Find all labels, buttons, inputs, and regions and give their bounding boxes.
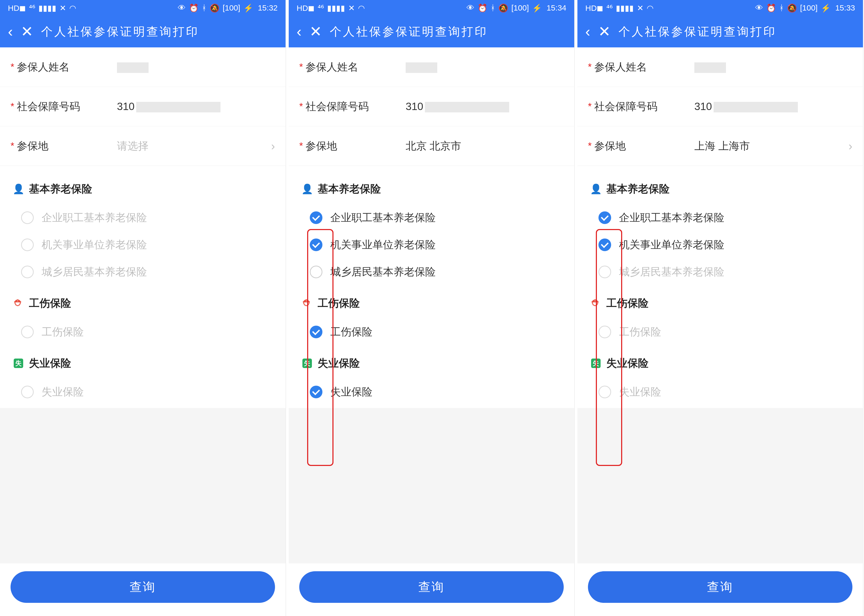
option-label: 失业保险 [619,385,661,399]
wifi-icon: ◠ [358,3,365,13]
insurance-option[interactable]: 机关事业单位养老保险 [302,231,561,258]
signal-4g-icon: ⁴⁶ [318,3,324,13]
close-icon[interactable]: ✕ [310,24,322,39]
unemployment-icon: 失 [590,358,601,369]
hd-icon: HD◼ [585,3,603,13]
option-label: 机关事业单位养老保险 [330,237,436,252]
checkbox-circle[interactable] [598,211,611,224]
signal-bars-icon: ▮▮▮▮ [616,3,634,13]
signal-4g-icon: ⁴⁶ [606,3,613,13]
ssn-value[interactable]: 310 [101,101,275,112]
section-pension: 👤基本养老保险企业职工基本养老保险机关事业单位养老保险城乡居民基本养老保险 [0,174,286,288]
required-star: * [588,101,592,112]
form: *参保人姓名*社会保障号码310*参保地请选择› [0,47,286,166]
insurance-option[interactable]: 机关事业单位养老保险 [590,231,850,258]
option-label: 企业职工基本养老保险 [619,211,724,225]
unemployment-icon: 失 [302,358,312,369]
name-value[interactable] [101,61,275,73]
row-location[interactable]: *参保地北京 北京市 [289,126,574,166]
injury-icon: ⛑ [590,298,601,308]
clock: 15:34 [546,3,567,13]
person-icon: 👤 [301,184,313,195]
back-icon[interactable]: ‹ [297,24,302,39]
page-title: 个人社保参保证明查询打印 [41,24,199,39]
empty-area [0,408,286,563]
close-icon[interactable]: ✕ [21,24,33,39]
checkbox-circle [21,239,34,251]
clock: 15:32 [258,3,278,13]
bottom-bar: 查询 [0,563,286,616]
name-value[interactable] [678,61,852,73]
query-button[interactable]: 查询 [299,571,564,603]
mute-icon: 🔕 [787,3,797,13]
name-label: 参保人姓名 [594,60,678,74]
unemployment-icon: 失 [14,358,23,368]
empty-area [289,408,574,563]
person-icon: 👤 [13,184,25,195]
phone-screen-1: HD◼⁴⁶▮▮▮▮✕◠👁⏰ᚼ🔕[100]⚡15:32‹✕个人社保参保证明查询打印… [0,0,286,616]
hd-icon: HD◼ [297,3,315,13]
unemployment-icon: 失 [302,358,312,368]
checkbox-circle[interactable] [310,266,323,278]
row-location[interactable]: *参保地请选择› [0,126,286,166]
row-name: *参保人姓名 [0,47,286,87]
signal-bars-icon: ▮▮▮▮ [38,3,57,13]
page-title: 个人社保参保证明查询打印 [330,24,488,39]
required-star: * [588,141,592,152]
row-ssn: *社会保障号码310 [0,87,286,126]
section-unemployment: 失失业保险失业保险 [289,348,574,408]
alarm-icon: ⏰ [189,3,198,13]
checkbox-circle[interactable] [310,325,323,338]
checkbox-circle[interactable] [310,211,323,224]
checkbox-circle[interactable] [310,239,323,251]
mute-icon: 🔕 [498,3,508,13]
location-value[interactable]: 请选择 [101,139,266,153]
person-icon: 👤 [590,184,602,195]
required-star: * [299,61,303,73]
name-value[interactable] [390,61,564,73]
location-label: 参保地 [17,139,101,153]
checkbox-circle[interactable] [598,239,611,251]
close-icon[interactable]: ✕ [598,24,611,39]
query-button[interactable]: 查询 [11,571,275,603]
signal-4g-icon: ⁴⁶ [29,3,35,13]
ssn-value[interactable]: 310 [678,101,852,112]
section-title: 失业保险 [29,356,71,370]
no-sim-icon: ✕ [348,3,355,13]
location-value[interactable]: 北京 北京市 [390,139,564,153]
option-label: 工伤保险 [42,325,84,339]
option-label: 工伤保险 [619,325,661,339]
mute-icon: 🔕 [210,3,219,13]
insurance-option[interactable]: 企业职工基本养老保险 [590,204,850,231]
section-title: 工伤保险 [318,296,360,310]
hd-icon: HD◼ [8,3,26,13]
ssn-value[interactable]: 310 [390,101,564,112]
section-title: 基本养老保险 [29,182,92,196]
insurance-option[interactable]: 城乡居民基本养老保险 [302,258,561,285]
bottom-bar: 查询 [578,563,863,616]
phone-screen-2: HD◼⁴⁶▮▮▮▮✕◠👁⏰ᚼ🔕[100]⚡15:34‹✕个人社保参保证明查询打印… [289,0,575,616]
status-right: 👁⏰ᚼ🔕[100]⚡15:32 [178,3,278,13]
checkbox-circle[interactable] [310,386,323,398]
required-star: * [299,101,303,112]
insurance-option[interactable]: 工伤保险 [302,318,561,346]
location-value[interactable]: 上海 上海市 [678,139,843,153]
injury-icon: ⛑ [13,298,24,308]
section-injury: ⛑工伤保险工伤保险 [289,288,574,348]
redacted-name [406,62,437,73]
section-title: 基本养老保险 [318,182,381,196]
insurance-option[interactable]: 失业保险 [302,378,561,405]
option-label: 机关事业单位养老保险 [619,237,724,252]
back-icon[interactable]: ‹ [8,24,13,39]
empty-area [578,408,863,563]
location-label: 参保地 [305,139,390,153]
back-icon[interactable]: ‹ [585,24,590,39]
insurance-option[interactable]: 企业职工基本养老保险 [302,204,561,231]
section-pension: 👤基本养老保险企业职工基本养老保险机关事业单位养老保险城乡居民基本养老保险 [578,174,863,288]
bluetooth-icon: ᚼ [779,3,784,13]
query-button[interactable]: 查询 [588,571,852,603]
redacted-ssn [425,102,509,112]
section-title: 基本养老保险 [606,182,670,196]
status-bar: HD◼⁴⁶▮▮▮▮✕◠👁⏰ᚼ🔕[100]⚡15:32 [0,0,286,16]
row-location[interactable]: *参保地上海 上海市› [578,126,863,166]
